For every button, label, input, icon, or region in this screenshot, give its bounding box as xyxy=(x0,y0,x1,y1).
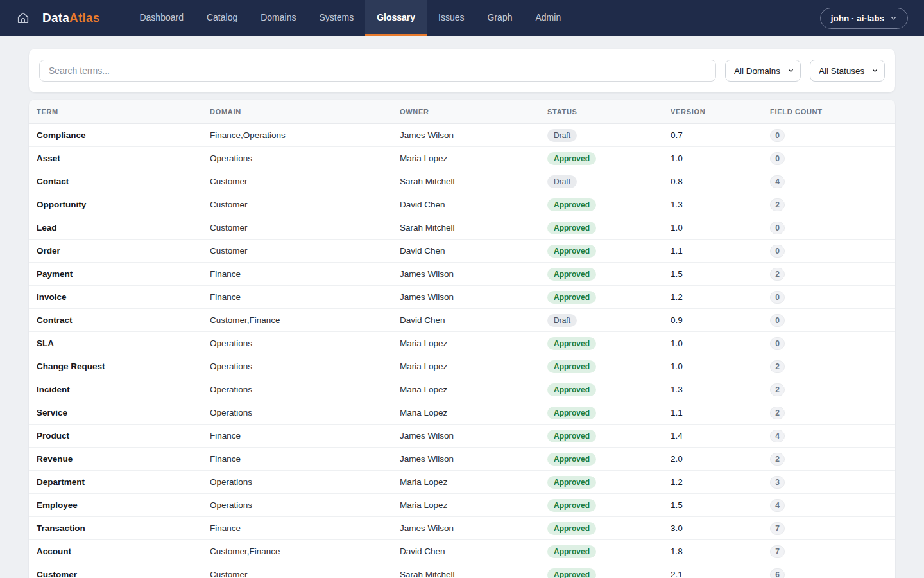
glossary-table-card: TERMDOMAINOWNERSTATUSVERSIONFIELD COUNT … xyxy=(29,100,895,578)
table-row[interactable]: IncidentOperationsMaria LopezApproved1.3… xyxy=(29,378,895,401)
nav-item-glossary[interactable]: Glossary xyxy=(365,0,427,36)
version-cell: 1.5 xyxy=(663,263,762,286)
version-cell: 1.5 xyxy=(663,494,762,517)
term-cell: Asset xyxy=(29,147,202,170)
status-cell: Approved xyxy=(540,286,663,309)
nav-item-systems[interactable]: Systems xyxy=(307,0,365,36)
table-row[interactable]: TransactionFinanceJames WilsonApproved3.… xyxy=(29,517,895,540)
nav-item-issues[interactable]: Issues xyxy=(427,0,475,36)
field-count-cell: 0 xyxy=(762,216,895,240)
domain-cell: Operations xyxy=(202,471,392,494)
field-count-cell: 0 xyxy=(762,309,895,332)
status-cell: Approved xyxy=(540,517,663,540)
nav-item-dashboard[interactable]: Dashboard xyxy=(128,0,195,36)
status-badge: Draft xyxy=(547,175,577,188)
table-row[interactable]: LeadCustomerSarah MitchellApproved1.00 xyxy=(29,216,895,240)
status-badge: Approved xyxy=(547,198,596,211)
field-count-badge: 2 xyxy=(770,453,785,466)
version-cell: 1.1 xyxy=(663,401,762,425)
table-row[interactable]: OrderCustomerDavid ChenApproved1.10 xyxy=(29,240,895,263)
table-row[interactable]: Change RequestOperationsMaria LopezAppro… xyxy=(29,355,895,378)
brand-logo[interactable]: DataAtlas xyxy=(42,0,99,36)
field-count-cell: 2 xyxy=(762,355,895,378)
column-header-field-count: FIELD COUNT xyxy=(762,100,895,124)
version-cell: 0.9 xyxy=(663,309,762,332)
field-count-badge: 2 xyxy=(770,198,785,211)
search-input[interactable] xyxy=(39,60,716,82)
domain-cell: Customer xyxy=(202,170,392,193)
version-cell: 2.1 xyxy=(663,563,762,578)
field-count-cell: 0 xyxy=(762,332,895,355)
version-cell: 2.0 xyxy=(663,448,762,471)
table-row[interactable]: InvoiceFinanceJames WilsonApproved1.20 xyxy=(29,286,895,309)
term-cell: Invoice xyxy=(29,286,202,309)
status-cell: Approved xyxy=(540,425,663,448)
term-cell: Revenue xyxy=(29,448,202,471)
column-header-domain: DOMAIN xyxy=(202,100,392,124)
table-row[interactable]: ProductFinanceJames WilsonApproved1.44 xyxy=(29,425,895,448)
term-cell: Incident xyxy=(29,378,202,401)
status-cell: Approved xyxy=(540,216,663,240)
table-row[interactable]: RevenueFinanceJames WilsonApproved2.02 xyxy=(29,448,895,471)
field-count-cell: 2 xyxy=(762,263,895,286)
status-cell: Approved xyxy=(540,240,663,263)
status-filter-select[interactable]: All Statuses xyxy=(810,60,885,82)
owner-cell: David Chen xyxy=(392,540,540,563)
field-count-badge: 0 xyxy=(770,337,785,350)
owner-cell: James Wilson xyxy=(392,517,540,540)
table-header-row: TERMDOMAINOWNERSTATUSVERSIONFIELD COUNT xyxy=(29,100,895,124)
term-cell: Contact xyxy=(29,170,202,193)
table-row[interactable]: OpportunityCustomerDavid ChenApproved1.3… xyxy=(29,193,895,216)
table-row[interactable]: AccountCustomer,FinanceDavid ChenApprove… xyxy=(29,540,895,563)
table-row[interactable]: DepartmentOperationsMaria LopezApproved1… xyxy=(29,471,895,494)
nav-item-domains[interactable]: Domains xyxy=(249,0,307,36)
field-count-cell: 7 xyxy=(762,540,895,563)
table-row[interactable]: ComplianceFinance,OperationsJames Wilson… xyxy=(29,124,895,147)
status-cell: Draft xyxy=(540,170,663,193)
table-row[interactable]: SLAOperationsMaria LopezApproved1.00 xyxy=(29,332,895,355)
nav-item-admin[interactable]: Admin xyxy=(524,0,572,36)
table-row[interactable]: PaymentFinanceJames WilsonApproved1.52 xyxy=(29,263,895,286)
status-badge: Approved xyxy=(547,245,596,258)
table-row[interactable]: CustomerCustomerSarah MitchellApproved2.… xyxy=(29,563,895,578)
owner-cell: David Chen xyxy=(392,240,540,263)
status-badge: Approved xyxy=(547,222,596,234)
term-cell: Contract xyxy=(29,309,202,332)
owner-cell: Maria Lopez xyxy=(392,147,540,170)
owner-cell: James Wilson xyxy=(392,286,540,309)
version-cell: 1.3 xyxy=(663,193,762,216)
field-count-badge: 0 xyxy=(770,245,785,258)
table-row[interactable]: EmployeeOperationsMaria LopezApproved1.5… xyxy=(29,494,895,517)
table-row[interactable]: ContractCustomer,FinanceDavid ChenDraft0… xyxy=(29,309,895,332)
field-count-badge: 7 xyxy=(770,545,785,558)
status-cell: Approved xyxy=(540,471,663,494)
field-count-badge: 2 xyxy=(770,360,785,373)
domain-cell: Customer,Finance xyxy=(202,309,392,332)
owner-cell: Sarah Mitchell xyxy=(392,170,540,193)
term-cell: Opportunity xyxy=(29,193,202,216)
field-count-badge: 0 xyxy=(770,291,785,304)
domain-cell: Customer xyxy=(202,240,392,263)
status-badge: Draft xyxy=(547,129,577,142)
table-row[interactable]: AssetOperationsMaria LopezApproved1.00 xyxy=(29,147,895,170)
brand-part-data: Data xyxy=(42,11,69,25)
status-badge: Approved xyxy=(547,291,596,304)
field-count-cell: 6 xyxy=(762,563,895,578)
nav-item-graph[interactable]: Graph xyxy=(476,0,524,36)
home-icon[interactable] xyxy=(16,0,30,36)
user-menu-button[interactable]: john · ai-labs xyxy=(820,8,908,29)
table-row[interactable]: ContactCustomerSarah MitchellDraft0.84 xyxy=(29,170,895,193)
owner-cell: Maria Lopez xyxy=(392,378,540,401)
app-root: DataAtlas DashboardCatalogDomainsSystems… xyxy=(0,0,924,578)
status-badge: Approved xyxy=(547,268,596,281)
owner-cell: James Wilson xyxy=(392,263,540,286)
field-count-cell: 0 xyxy=(762,240,895,263)
domain-filter-select[interactable]: All Domains xyxy=(725,60,801,82)
domain-cell: Customer xyxy=(202,563,392,578)
status-cell: Approved xyxy=(540,494,663,517)
main-content: All Domains All Statuses xyxy=(0,36,924,578)
table-row[interactable]: ServiceOperationsMaria LopezApproved1.12 xyxy=(29,401,895,425)
nav-item-catalog[interactable]: Catalog xyxy=(195,0,249,36)
version-cell: 0.8 xyxy=(663,170,762,193)
field-count-badge: 0 xyxy=(770,222,785,234)
